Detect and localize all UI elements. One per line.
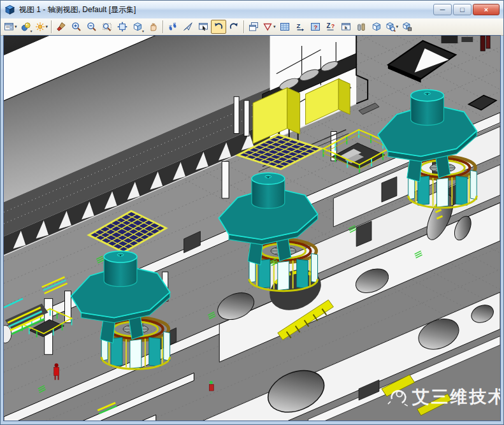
window-query-icon [310, 22, 320, 32]
clip-volume-icon [263, 22, 273, 32]
dropdown-corner-icon: ▾ [142, 30, 144, 33]
window-area-button[interactable] [99, 20, 115, 34]
toolbar-separator [243, 20, 244, 33]
show-display-depth-button[interactable] [308, 20, 323, 34]
view-window: 视图 1 - 轴测视图, Default [显示集] ─ □ × ▾▾▾▾▾▾ [0, 0, 504, 425]
rotate-cube-icon [133, 22, 143, 32]
fit-view-icon [117, 22, 127, 32]
viewport-3d[interactable]: 艾三维技术 [3, 35, 501, 421]
view-brightness-button[interactable]: ▾ [34, 20, 50, 34]
zoom-out-icon [87, 22, 97, 32]
window-title: 视图 1 - 轴测视图, Default [显示集] [19, 4, 429, 15]
clip-mask-button[interactable] [277, 20, 292, 34]
title-bar[interactable]: 视图 1 - 轴测视图, Default [显示集] ─ □ × [1, 1, 503, 18]
dropdown-arrow-icon[interactable]: ▾ [273, 24, 276, 29]
close-icon: × [484, 6, 488, 13]
style-preview-cube-icon [385, 22, 396, 32]
clip-mask-icon [280, 22, 290, 32]
update-view-button[interactable] [54, 20, 69, 34]
apply-style-cube-icon [402, 22, 412, 32]
view-next-button[interactable] [226, 20, 241, 34]
zoom-out-button[interactable] [84, 20, 99, 34]
brightness-sun-icon [35, 22, 45, 32]
minimize-button[interactable]: ─ [433, 4, 452, 15]
update-view-brush-icon [56, 22, 66, 32]
toolbar-separator [51, 20, 52, 33]
view-attributes-button[interactable]: ▾ [3, 20, 18, 34]
view-attributes-icon [4, 22, 14, 32]
view-previous-button[interactable] [211, 20, 226, 34]
pan-view-button[interactable] [145, 20, 161, 34]
apply-style-button[interactable] [400, 20, 415, 34]
view-previous-icon [213, 22, 224, 32]
navigate-view-icon [198, 22, 208, 32]
style-cube-icon [371, 22, 382, 32]
close-button[interactable]: × [473, 4, 500, 15]
watermark-text: 艾三维技术 [412, 387, 500, 407]
dropdown-arrow-icon[interactable]: ▾ [46, 24, 48, 29]
display-style-cube-button[interactable] [369, 20, 384, 34]
view-next-icon [229, 22, 239, 32]
depth-z-query-icon [326, 22, 336, 32]
walk-button[interactable] [165, 20, 180, 34]
restore-button[interactable]: □ [453, 4, 472, 15]
display-style-button[interactable]: ▾ [18, 20, 34, 34]
style-preview-button[interactable]: ▾ [384, 20, 400, 34]
dropdown-arrow-icon[interactable]: ▾ [396, 24, 399, 29]
dropdown-arrow-icon[interactable]: ▾ [15, 24, 17, 29]
navigate-view-button[interactable] [196, 20, 211, 34]
clip-volume-button[interactable]: ▾ [261, 20, 277, 34]
window-controls: ─ □ × [433, 4, 500, 15]
pan-hand-icon [148, 22, 158, 32]
camera-view-button[interactable] [338, 20, 354, 34]
set-display-depth-button[interactable] [292, 20, 308, 34]
camera-window-icon [341, 22, 351, 32]
axonometric-scene: 艾三维技术 [4, 36, 500, 421]
render-view-button[interactable] [354, 20, 369, 34]
zoom-in-button[interactable] [69, 20, 84, 34]
copy-view-button[interactable] [246, 20, 261, 34]
view-cube-icon [4, 4, 15, 15]
fly-button[interactable] [180, 20, 196, 34]
restore-icon: □ [460, 6, 464, 13]
query-depth-button[interactable] [323, 20, 338, 34]
dropdown-corner-icon: ▾ [31, 30, 32, 33]
display-style-spheres-icon [21, 22, 31, 32]
zoom-in-icon [71, 22, 82, 32]
toolbar: ▾▾▾▾▾▾ [1, 18, 503, 36]
window-area-icon [102, 22, 112, 32]
fit-view-button[interactable] [115, 20, 130, 34]
render-cylinders-icon [356, 22, 366, 32]
minimize-icon: ─ [440, 6, 445, 13]
rotate-view-button[interactable]: ▾ [130, 20, 145, 34]
depth-z-arrow-icon [295, 22, 305, 32]
walk-footprints-icon [168, 22, 178, 32]
copy-view-icon [248, 22, 259, 32]
fly-plane-icon [183, 22, 193, 32]
toolbar-separator [162, 20, 163, 33]
